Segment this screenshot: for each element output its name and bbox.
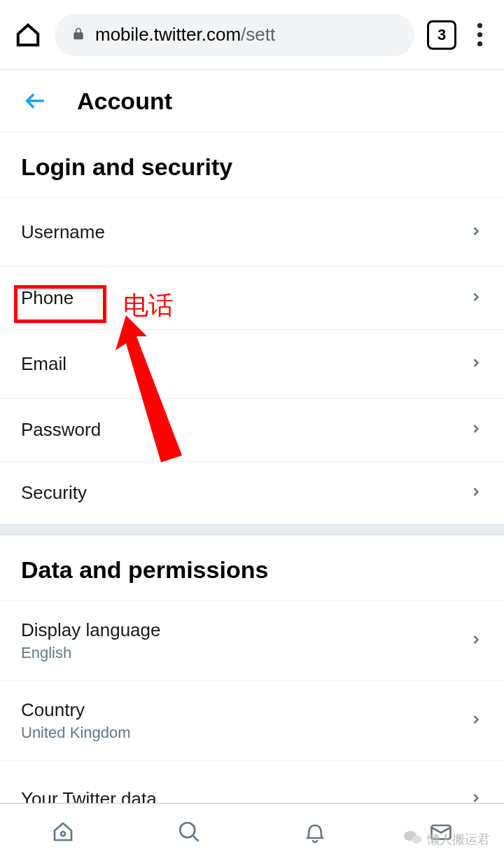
tab-count-value: 3 [438,26,446,44]
chevron-right-icon [469,290,483,307]
chevron-right-icon [469,485,483,502]
page-title: Account [77,88,172,115]
setting-country[interactable]: Country United Kingdom [0,680,504,760]
section-divider [0,524,504,535]
setting-email[interactable]: Email [0,329,504,398]
chevron-right-icon [469,224,483,241]
section-title-login: Login and security [0,132,504,198]
svg-line-3 [193,836,199,841]
section-title-data: Data and permissions [0,535,504,600]
url-bar[interactable]: mobile.twitter.com/sett [55,14,414,56]
home-icon[interactable] [14,21,42,49]
chevron-right-icon [469,422,483,439]
setting-label: Security [21,482,87,504]
back-arrow-icon[interactable] [21,87,49,115]
chevron-right-icon [469,356,483,373]
annotation-highlight-box [14,285,106,323]
nav-notifications-icon[interactable] [301,818,329,846]
tab-count-button[interactable]: 3 [427,20,456,50]
content: Login and security Username Phone Email … [0,132,504,823]
setting-label: Country [21,699,131,721]
setting-username[interactable]: Username [0,198,504,266]
chevron-right-icon [469,633,483,650]
url-text: mobile.twitter.com/sett [95,24,275,46]
setting-label: Username [21,221,105,243]
lock-icon [71,24,85,46]
watermark-text: 懒人搬运君 [427,831,490,848]
wechat-watermark: 懒人搬运君 [403,829,490,849]
setting-password[interactable]: Password [0,398,504,461]
annotation-text: 电话 [123,289,174,323]
setting-sub-value: United Kingdom [21,724,131,742]
more-menu-icon[interactable] [469,23,490,46]
nav-search-icon[interactable] [175,818,203,846]
page-header: Account [0,70,504,132]
setting-label: Display language [21,619,160,641]
svg-point-2 [180,823,195,837]
svg-point-7 [412,835,421,844]
setting-label: Password [21,419,101,441]
setting-security[interactable]: Security [0,461,504,524]
browser-bar: mobile.twitter.com/sett 3 [0,0,504,70]
setting-label: Email [21,353,66,375]
chevron-right-icon [469,713,483,729]
svg-point-1 [61,832,65,836]
nav-home-icon[interactable] [49,818,77,846]
setting-display-language[interactable]: Display language English [0,600,504,680]
setting-sub-value: English [21,644,160,662]
wechat-icon [403,829,423,849]
